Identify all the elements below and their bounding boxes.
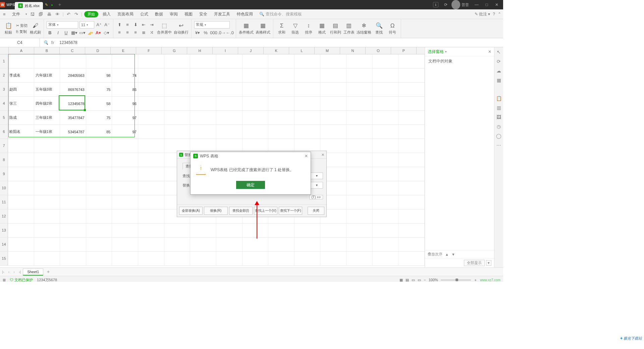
row-header[interactable]: 2 <box>0 68 8 82</box>
more-tools-icon[interactable]: ⋯ <box>496 143 501 148</box>
replace-options-dd[interactable]: ▾ <box>310 182 323 189</box>
annotate-button[interactable]: ✎ 批注 ▾ <box>475 11 490 17</box>
col-header[interactable]: J <box>238 47 264 54</box>
zoom-slider[interactable] <box>441 280 471 281</box>
shrink-font-icon[interactable]: A⁻ <box>104 21 110 28</box>
cell[interactable] <box>243 223 269 237</box>
cell[interactable]: 75 <box>86 111 112 124</box>
cell[interactable] <box>190 97 216 110</box>
cell[interactable] <box>398 167 425 181</box>
cell[interactable] <box>138 238 164 251</box>
cell[interactable]: 85 <box>86 125 112 139</box>
cell[interactable] <box>373 209 399 223</box>
cell[interactable] <box>138 83 164 96</box>
help-icon[interactable]: ? <box>493 12 495 16</box>
underline-icon[interactable]: U <box>63 30 69 36</box>
cell[interactable]: 98 <box>86 68 112 82</box>
cell[interactable] <box>398 54 425 68</box>
cell[interactable] <box>373 181 399 195</box>
fx-icon[interactable]: fx <box>51 40 54 45</box>
cell[interactable] <box>373 125 399 139</box>
find-dlg-btn-4[interactable]: 查找下一个(F) <box>279 207 302 215</box>
cell[interactable] <box>34 223 60 237</box>
cell[interactable]: 赵四 <box>8 83 34 96</box>
cell[interactable] <box>34 195 60 209</box>
cell[interactable] <box>268 68 294 82</box>
col-header[interactable]: A <box>9 47 34 54</box>
symbol-button[interactable]: Ω符号 <box>387 22 398 35</box>
cell[interactable] <box>243 125 269 139</box>
cell[interactable] <box>112 153 138 167</box>
cell[interactable] <box>86 238 112 251</box>
copy-button[interactable]: ⎘ 复制 <box>16 29 28 34</box>
ok-button[interactable]: 确定 <box>236 181 265 189</box>
cell[interactable] <box>373 111 399 124</box>
cell[interactable] <box>398 97 425 110</box>
thousand-icon[interactable]: 000 <box>210 30 217 36</box>
message-dialog[interactable]: SWPS 表格✕ WPS表格 已经完成了搜索并进行了 1 处替换。 确定 <box>190 152 311 195</box>
cell[interactable] <box>86 252 112 265</box>
cell[interactable]: 74 <box>112 68 138 82</box>
cell[interactable] <box>373 54 399 68</box>
cell[interactable] <box>268 252 294 265</box>
cell[interactable] <box>373 238 399 251</box>
cell[interactable]: 三年级1班 <box>34 111 60 124</box>
cell[interactable] <box>86 153 112 167</box>
find-dlg-btn-2[interactable]: 查找全部(I) <box>229 207 253 215</box>
cell[interactable] <box>112 209 138 223</box>
more-options-button[interactable]: (T) >> <box>309 195 323 199</box>
zoom-in-icon[interactable]: ＋ <box>474 278 477 282</box>
col-header[interactable]: E <box>111 47 136 54</box>
cell[interactable] <box>346 83 373 96</box>
cell[interactable] <box>268 83 294 96</box>
cell[interactable] <box>190 111 216 124</box>
cell[interactable] <box>320 223 346 237</box>
freeze-button[interactable]: ❄冻结窗格 <box>357 22 371 35</box>
row-header[interactable]: 15 <box>0 252 8 265</box>
cell[interactable]: 欧阳名 <box>8 125 34 139</box>
cell[interactable] <box>294 111 321 124</box>
cell[interactable] <box>164 223 191 237</box>
cell[interactable] <box>216 252 243 265</box>
align-middle-icon[interactable]: ≡ <box>124 21 131 28</box>
view-page-icon[interactable]: ▤ <box>406 278 409 282</box>
cell[interactable]: 陈成 <box>8 111 34 124</box>
cell[interactable]: 35477847 <box>60 111 86 124</box>
cell[interactable] <box>373 195 399 209</box>
cell[interactable] <box>34 181 60 195</box>
font-select[interactable]: 宋体▾ <box>47 21 78 29</box>
cell[interactable] <box>60 195 86 209</box>
tab-security[interactable]: 安全 <box>197 11 210 18</box>
cell[interactable]: 75 <box>86 83 112 96</box>
cell[interactable] <box>34 153 60 167</box>
cell[interactable] <box>164 125 191 139</box>
col-header[interactable]: P <box>391 47 417 54</box>
cell[interactable] <box>320 111 346 124</box>
cell[interactable] <box>138 181 164 195</box>
pin-icon[interactable]: ✎ <box>43 3 50 7</box>
justify-icon[interactable]: ≣ <box>140 29 147 36</box>
cell[interactable] <box>138 111 164 124</box>
format-button[interactable]: ▦格式 <box>316 22 328 35</box>
cell[interactable] <box>190 68 216 82</box>
tab-special[interactable]: 特色应用 <box>234 11 255 18</box>
cell[interactable] <box>320 238 346 251</box>
hamburger-icon[interactable]: ≡ <box>2 12 7 17</box>
cell[interactable] <box>346 195 373 209</box>
cell[interactable] <box>8 54 34 68</box>
image-icon[interactable]: 🖼 <box>496 114 501 120</box>
cell[interactable] <box>320 125 346 139</box>
tab-formula[interactable]: 公式 <box>138 11 151 18</box>
font-color-icon[interactable]: A▾ <box>95 30 102 36</box>
cell[interactable] <box>346 238 373 251</box>
cell[interactable] <box>86 195 112 209</box>
msg-close-icon[interactable]: ✕ <box>305 154 308 158</box>
cell[interactable] <box>86 54 112 68</box>
cell[interactable]: 96 <box>112 97 138 110</box>
cell[interactable]: 53454787 <box>60 125 86 139</box>
dec-dec-icon[interactable]: ←.0 <box>226 30 233 36</box>
tab-view[interactable]: 视图 <box>182 11 195 18</box>
save-icon[interactable]: 🖫 <box>29 12 36 17</box>
format-painter-button[interactable]: 🖌格式刷 <box>30 22 41 35</box>
find-dlg-btn-3[interactable]: 查找上一个(V) <box>254 207 277 215</box>
